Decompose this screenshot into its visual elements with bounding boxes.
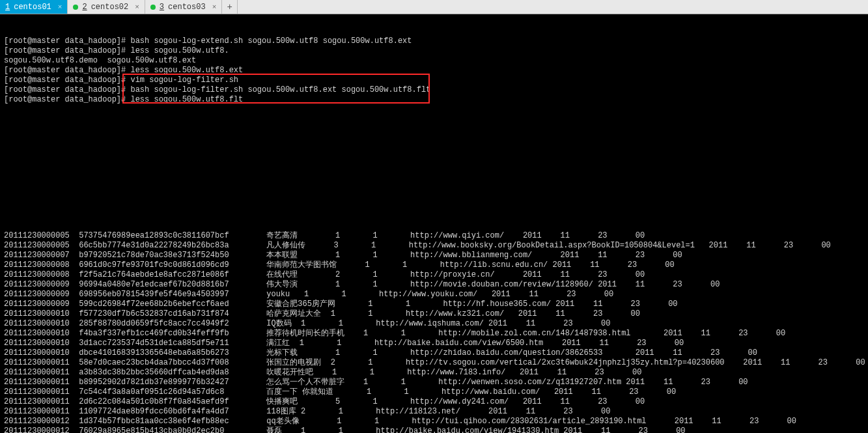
tab-bar: 1 centos01×2 centos02×3 centos03×+	[0, 0, 868, 14]
close-icon[interactable]: ×	[210, 3, 217, 11]
data-row: 20111230000010 dbce4101683913365648eba6a…	[4, 348, 864, 358]
terminal-line: [root@master data_hadoop]# less sogou.50…	[4, 46, 864, 56]
data-row: 20111230000010 285f88780dd0659f5fc8acc7c…	[4, 319, 864, 329]
tab-centos03[interactable]: 3 centos03×	[145, 0, 222, 14]
data-row: 20111230000011 7c54c4f3a8a0af0951c26d94a…	[4, 387, 864, 397]
terminal-line: [root@master data_hadoop]# bash sogou-lo…	[4, 85, 864, 95]
data-row: 20111230000008 f2f5a21c764aebde1e8afcc28…	[4, 270, 864, 280]
close-icon[interactable]: ×	[132, 3, 139, 11]
data-row: 20111230000011 a3b83dc38b2bbc35660dffcab…	[4, 368, 864, 378]
data-row: 20111230000009 599cd26984f72ee68b2b6ebef…	[4, 300, 864, 309]
terminal-line: [root@master data_hadoop]# vim sogou-log…	[4, 76, 864, 85]
tab-label: centos02	[91, 3, 129, 12]
data-row: 20111230000009 698956eb07815439fe5f46e9a…	[4, 290, 864, 300]
tab-centos02[interactable]: 2 centos02×	[68, 0, 145, 14]
status-dot	[73, 5, 78, 10]
data-row: 20111230000012 1d374b57fbbc81aa0cc38e6f4…	[4, 417, 864, 426]
terminal-line: [root@master data_hadoop]# bash sogou-lo…	[4, 36, 864, 46]
data-row: 20111230000010 3d1acc7235374d531de1ca885…	[4, 339, 864, 348]
tab-number: 1	[5, 3, 10, 12]
data-rows: 20111230000005 57375476989eea12893c0c381…	[0, 231, 868, 433]
status-dot	[150, 5, 156, 10]
close-icon[interactable]: ×	[55, 3, 63, 11]
tab-centos01[interactable]: 1 centos01×	[0, 0, 68, 14]
data-row: 20111230000011 58e7d0caec23bcb4daa7bbcc4…	[4, 358, 864, 368]
data-row: 20111230000008 6961d0c97fe93701fc9c0d861…	[4, 260, 864, 270]
new-tab-button[interactable]: +	[222, 0, 238, 14]
tab-number: 2	[82, 3, 87, 12]
data-row: 20111230000011 11097724dae8b9fdcc60bd6fa…	[4, 407, 864, 417]
data-row: 20111230000005 66c5bb7774e31d0a22278249b…	[4, 241, 864, 251]
tab-label: centos01	[14, 3, 51, 12]
tab-number: 3	[160, 3, 164, 12]
terminal-line: sogou.500w.utf8.demo sogou.500w.utf8.ext	[4, 56, 864, 66]
data-row: 20111230000011 2d6c22c084a501c0b8f7f0a84…	[4, 397, 864, 407]
data-row: 20111230000010 f577230df7b6c532837cd16ab…	[4, 309, 864, 319]
data-row: 20111230000005 57375476989eea12893c0c381…	[4, 231, 864, 241]
data-row: 20111230000007 b97920521c78de70ac38e3713…	[4, 251, 864, 260]
terminal-line: [root@master data_hadoop]# less sogou.50…	[4, 95, 864, 105]
terminal-output[interactable]: [root@master data_hadoop]# bash sogou-lo…	[0, 14, 868, 107]
data-row: 20111230000012 76029a8965e815b413cba0b0d…	[4, 426, 864, 433]
tab-label: centos03	[168, 3, 206, 12]
data-row: 20111230000009 96994a0480e7e1edcaef67b20…	[4, 280, 864, 290]
terminal-line: [root@master data_hadoop]# less sogou.50…	[4, 66, 864, 76]
data-row: 20111230000011 b89952902d7821db37e899977…	[4, 378, 864, 387]
data-row: 20111230000010 f4ba3f337efb1cc469fcd0b34…	[4, 329, 864, 339]
